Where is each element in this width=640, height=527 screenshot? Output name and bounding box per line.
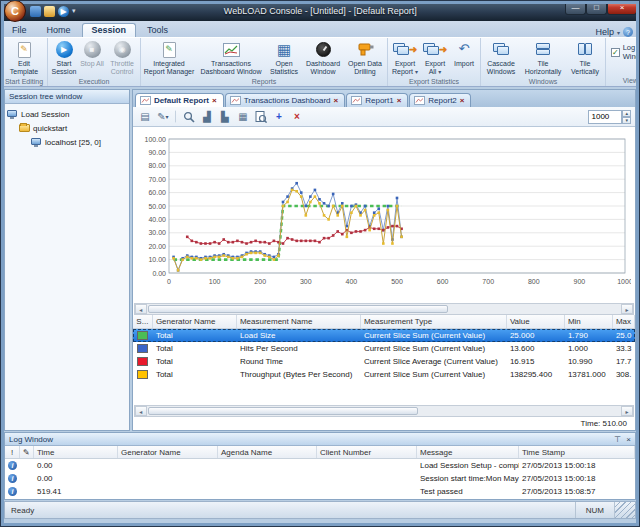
start-session-button[interactable]: ▶ Start Session [49,39,79,77]
chart-zone: 0.0010.0020.0030.0040.0050.0060.0070.008… [133,127,635,303]
col-agenda-name[interactable]: Agenda Name [218,446,317,458]
toolbar-separator [175,110,177,123]
log-row[interactable]: i 0.00 Session start time:Mon May ... 27… [5,472,635,485]
tab-report2[interactable]: Report2 × [409,93,471,107]
scrollbar-thumb[interactable] [148,407,418,415]
close-button[interactable]: × [607,2,637,15]
show-grid-icon[interactable]: ▦ [235,109,251,124]
col-attachment-icon[interactable]: ✎ [20,446,34,458]
table-row[interactable]: Total Load Size Current Slice Sum (Curre… [133,329,635,342]
spinner-arrows[interactable]: ▴ ▾ [622,110,631,124]
scrollbar-thumb[interactable] [148,305,448,313]
svg-text:10.00: 10.00 [148,256,166,263]
x-scale-input[interactable] [588,110,622,124]
svg-text:0: 0 [167,278,171,285]
copy-chart-icon[interactable]: ▤ [137,109,153,124]
chart-horizontal-scrollbar[interactable]: ◂ ▸ [134,303,634,315]
dashboard-window-button[interactable]: Dashboard Window [302,39,344,77]
open-data-drilling-button[interactable]: Open Data Drilling [344,39,386,77]
edit-template-button[interactable]: ✎ Edit Template [2,39,46,77]
spinner-down-icon[interactable]: ▾ [622,117,631,124]
scroll-left-icon[interactable]: ◂ [135,304,147,314]
col-time[interactable]: Time [34,446,118,458]
col-generator-name[interactable]: Generator Name [153,315,237,328]
minimize-button[interactable]: — [565,2,586,15]
pin-icon[interactable]: ⊤ [614,435,621,444]
col-severity-icon[interactable]: ! [5,446,20,458]
integrated-report-manager-button[interactable]: ✎ Integrated Report Manager [142,39,196,77]
help-icon[interactable]: ? [623,27,633,37]
zoom-chart-icon[interactable] [181,109,197,124]
tab-session[interactable]: Session [82,23,137,37]
maximize-button[interactable]: □ [586,2,607,15]
tab-tools[interactable]: Tools [138,24,177,37]
open-icon[interactable] [44,6,55,17]
session-tree-panel: Session tree window Load Session quickst… [4,89,130,431]
tab-report1[interactable]: Report1 × [346,93,408,107]
col-show[interactable]: S... [133,315,153,328]
tab-default-report[interactable]: Default Report × [135,93,224,107]
log-window-toggle[interactable]: ✓ Log Window [607,39,639,65]
export-report-button[interactable]: ➜ Export Report ▾ [389,39,421,77]
tab-transactions-dashboard[interactable]: Transactions Dashboard × [225,93,346,107]
col-measurement-type[interactable]: Measurement Type [361,315,507,328]
col-message[interactable]: Message [417,446,519,458]
spinner-up-icon[interactable]: ▴ [622,110,631,117]
log-row[interactable]: i 519.41 Test passed 27/05/2013 15:08:57 [5,485,635,498]
open-statistics-button[interactable]: ▦ Open Statistics [266,39,302,77]
col-min[interactable]: Min [565,315,613,328]
col-max[interactable]: Max [613,315,635,328]
save-icon[interactable] [30,6,41,17]
title-bar[interactable]: C ▶ ▾ WebLOAD Console - [Untitled] - [De… [1,1,639,21]
main-area: Session tree window Load Session quickst… [4,89,636,431]
log-row[interactable]: i 0.00 Load Session Setup - comple... 27… [5,459,635,472]
tab-default-report-close-icon[interactable]: × [212,96,217,105]
cascade-windows-button[interactable]: Cascade Windows [482,39,520,77]
throttle-control-icon: ◉ [114,41,131,58]
tab-report2-close-icon[interactable]: × [460,96,465,105]
col-client-number[interactable]: Client Number [317,446,417,458]
tree-item-localhost[interactable]: localhost [25, 0] [7,135,127,149]
log-close-icon[interactable]: × [626,435,631,444]
stop-all-button[interactable]: ■ Stop All [79,39,105,69]
table-row[interactable]: Total Hits Per Second Current Slice Sum … [133,342,635,355]
report-chart-svg[interactable]: 0.0010.0020.0030.0040.0050.0060.0070.008… [139,129,631,301]
tree-item-quickstart[interactable]: quickstart [7,121,127,135]
scroll-left-icon[interactable]: ◂ [135,406,147,416]
throttle-control-button[interactable]: ◉ Throttle Control [105,39,139,77]
run-icon[interactable]: ▶ [58,6,69,17]
export-all-button[interactable]: ➜ Export All ▾ [421,39,449,77]
chart-options-icon[interactable]: ▟ [199,109,215,124]
table-row[interactable]: Total Throughput (Bytes Per Second) Curr… [133,368,635,381]
col-value[interactable]: Value [507,315,565,328]
export-all-label: Export All [425,60,445,75]
col-time-stamp[interactable]: Time Stamp [519,446,635,458]
log-table-header[interactable]: ! ✎ Time Generator Name Agenda Name Clie… [5,446,635,459]
col-measurement-name[interactable]: Measurement Name [237,315,361,328]
tab-file[interactable]: File [3,24,36,37]
help-menu[interactable]: Help ▾ ? [595,27,639,37]
add-measurement-icon[interactable]: + [271,109,287,124]
tab-home[interactable]: Home [38,24,80,37]
col-log-generator-name[interactable]: Generator Name [118,446,218,458]
group-label-execution: Execution [49,77,139,87]
tile-horizontally-button[interactable]: Tile Horizontally [520,39,566,77]
scroll-right-icon[interactable]: ▸ [621,304,633,314]
tree-item-load-session[interactable]: Load Session [7,107,127,121]
measurements-table-header[interactable]: S... Generator Name Measurement Name Mea… [133,315,635,329]
tab-transactions-dashboard-close-icon[interactable]: × [334,96,339,105]
delete-measurement-icon[interactable]: × [289,109,305,124]
pen-style-icon[interactable]: ✎▾ [155,109,171,124]
tab-report1-close-icon[interactable]: × [397,96,402,105]
clear-chart-icon[interactable]: ▙ [217,109,233,124]
resize-grip[interactable] [614,502,635,518]
transactions-dashboard-window-button[interactable]: Transactions Dashboard Window [196,39,266,77]
app-menu-button[interactable]: C [4,0,26,22]
scroll-right-icon[interactable]: ▸ [621,406,633,416]
import-button[interactable]: ↶ Import [449,39,479,69]
open-data-drilling-icon [357,42,374,57]
table-horizontal-scrollbar[interactable]: ◂ ▸ [134,405,634,417]
table-row[interactable]: Total Round Time Current Slice Average (… [133,355,635,368]
tile-vertically-button[interactable]: Tile Vertically [566,39,604,77]
preview-icon[interactable] [253,109,269,124]
